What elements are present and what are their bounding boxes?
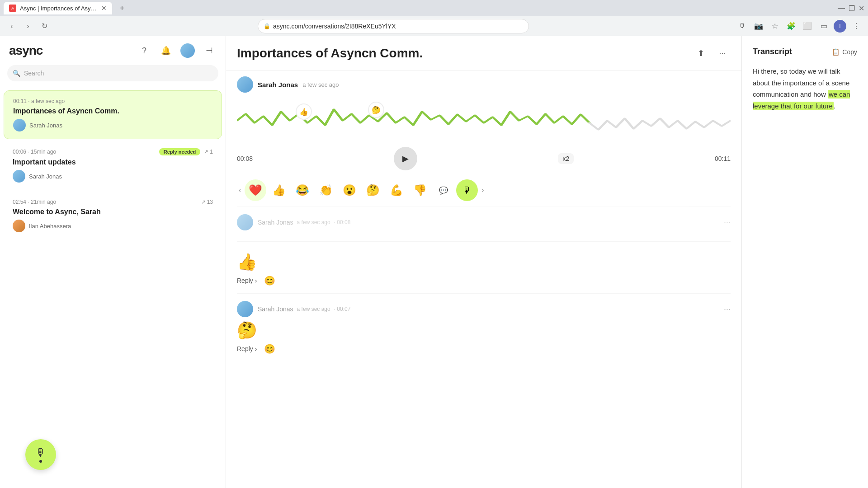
microphone-icon[interactable]: 🎙 xyxy=(736,20,749,33)
sidebar-toggle-icon[interactable]: ⬜ xyxy=(801,20,814,33)
total-time: 00:11 xyxy=(715,155,731,162)
comment2-more-button[interactable]: ··· xyxy=(724,305,731,314)
comment0-duration: · 00:08 xyxy=(334,219,351,225)
conv3-title: Welcome to Async, Sarah xyxy=(13,208,213,216)
window-icon[interactable]: ▭ xyxy=(817,20,830,33)
reaction-thumbsup[interactable]: 👍 xyxy=(268,179,290,201)
conv3-time: 02:54 · 21min ago xyxy=(13,199,56,205)
mic-dot xyxy=(39,460,42,463)
address-bar[interactable]: 🔒 async.com/conversations/2I88ReXEu5YlYX xyxy=(258,19,529,33)
sidebar-item-conv2[interactable]: 00:06 · 15min ago Reply needed ↗ 1 Impor… xyxy=(4,141,222,190)
comment0-more-button[interactable]: ··· xyxy=(724,218,731,227)
menu-icon[interactable]: ⋮ xyxy=(850,20,863,33)
sidebar-icons: ? 🔔 ⊣ xyxy=(137,43,217,58)
profile-icon[interactable]: I xyxy=(834,20,846,33)
comment2-time: a few sec ago xyxy=(297,306,330,312)
search-placeholder: Search xyxy=(24,70,44,77)
audio-player: 👍 🤔 00:08 ▶ x2 00:11 xyxy=(237,98,731,174)
comment0-time: a few sec ago xyxy=(297,219,330,225)
logo: async xyxy=(9,43,42,58)
comment1-reaction-button[interactable]: 😊 xyxy=(264,275,275,286)
msg-author-name: Sarah Jonas xyxy=(258,81,298,89)
reaction-strong[interactable]: 💪 xyxy=(386,179,407,201)
reaction-mic-button[interactable]: 🎙 xyxy=(456,179,478,201)
copy-label: Copy xyxy=(842,48,857,56)
waveform-container[interactable]: 👍 🤔 xyxy=(237,98,731,143)
help-icon[interactable]: ? xyxy=(137,43,151,58)
close-tab-button[interactable]: ✕ xyxy=(101,5,107,12)
scroll-right-icon[interactable]: › xyxy=(480,184,486,196)
forward-button[interactable]: › xyxy=(22,20,34,33)
extensions-icon[interactable]: 🧩 xyxy=(785,20,797,33)
camera-icon[interactable]: 📷 xyxy=(752,20,765,33)
conv3-author-name: Ilan Abehassera xyxy=(29,223,71,230)
comment1-reply-button[interactable]: Reply › xyxy=(237,277,257,284)
more-options-button[interactable]: ··· xyxy=(714,45,731,61)
comment-item-2: Sarah Jonas a few sec ago · 00:07 ··· 🤔 … xyxy=(237,293,731,361)
bookmark-icon[interactable]: ☆ xyxy=(769,20,781,33)
transcript-title: Transcript xyxy=(753,47,792,56)
minimize-button[interactable]: — xyxy=(838,4,845,12)
comment1-actions: Reply › 😊 xyxy=(237,275,731,286)
back-button[interactable]: ‹ xyxy=(5,20,18,33)
comment2-header: Sarah Jonas a few sec ago · 00:07 ··· xyxy=(237,301,731,317)
app: async ? 🔔 ⊣ 🔍 Search 00:11 · a few sec a… xyxy=(0,36,868,488)
comments-section: Sarah Jonas a few sec ago · 00:08 ··· 👍 … xyxy=(226,206,741,488)
speed-button[interactable]: x2 xyxy=(558,153,574,164)
conv1-author: Sarah Jonas xyxy=(13,119,212,131)
close-window-button[interactable]: ✕ xyxy=(859,4,864,13)
main-content: Importances of Asyncn Comm. ⬆ ··· Sarah … xyxy=(226,36,741,488)
message-author-row: Sarah Jonas a few sec ago xyxy=(226,71,741,98)
comment2-author: Sarah Jonas xyxy=(258,305,293,313)
browser-tab[interactable]: A Async | Importances of Asyncn Co... ✕ xyxy=(4,2,112,14)
reaction-thumbsdown[interactable]: 👎 xyxy=(409,179,431,201)
lock-icon: 🔒 xyxy=(264,23,270,29)
comment2-emoji: 🤔 xyxy=(237,321,731,340)
sidebar-item-conv1[interactable]: 00:11 · a few sec ago Importances of Asy… xyxy=(4,90,222,139)
conv3-meta: 02:54 · 21min ago ↗ 13 xyxy=(13,199,213,205)
conv2-avatar xyxy=(13,170,25,183)
maximize-button[interactable]: ❐ xyxy=(849,4,855,13)
comment0-header: Sarah Jonas a few sec ago · 00:08 ··· xyxy=(237,214,731,230)
transcript-text: Hi there, so today we will talk about th… xyxy=(753,66,857,112)
new-tab-button[interactable]: + xyxy=(116,2,128,14)
scroll-left-icon[interactable]: ‹ xyxy=(237,184,243,196)
trending-icon: ↗ xyxy=(204,149,208,155)
record-button[interactable]: 🎙 xyxy=(25,439,56,470)
browser-titlebar: A Async | Importances of Asyncn Co... ✕ … xyxy=(0,0,868,16)
reactions-bar: ‹ ❤️ 👍 😂 👏 😮 🤔 💪 👎 💬 🎙 › xyxy=(237,174,731,206)
user-avatar-icon[interactable] xyxy=(180,43,195,58)
sidebar: async ? 🔔 ⊣ 🔍 Search 00:11 · a few sec a… xyxy=(0,36,226,488)
toolbar-right: 🎙 📷 ☆ 🧩 ⬜ ▭ I ⋮ xyxy=(736,20,863,33)
conv2-author-name: Sarah Jonas xyxy=(29,173,62,180)
comment2-reply-button[interactable]: Reply › xyxy=(237,345,257,352)
reload-button[interactable]: ↻ xyxy=(38,20,51,33)
copy-button[interactable]: 📋 Copy xyxy=(832,48,857,56)
reaction-clap[interactable]: 👏 xyxy=(315,179,337,201)
collapse-sidebar-icon[interactable]: ⊣ xyxy=(202,43,217,58)
conv1-time: 00:11 · a few sec ago xyxy=(13,98,65,104)
main-title: Importances of Asyncn Comm. xyxy=(237,46,423,61)
sidebar-item-conv3[interactable]: 02:54 · 21min ago ↗ 13 Welcome to Async,… xyxy=(4,192,222,239)
comment0-author: Sarah Jonas xyxy=(258,219,293,226)
reaction-wow[interactable]: 😮 xyxy=(339,179,360,201)
reaction-laugh[interactable]: 😂 xyxy=(292,179,313,201)
url-text: async.com/conversations/2I88ReXEu5YlYX xyxy=(273,23,396,30)
reaction-comment-button[interactable]: 💬 xyxy=(433,179,454,201)
tab-favicon: A xyxy=(9,5,16,12)
comment2-duration: · 00:07 xyxy=(334,306,351,312)
search-box[interactable]: 🔍 Search xyxy=(7,65,218,81)
reaction-bubble-1: 👍 xyxy=(296,103,312,120)
play-button[interactable]: ▶ xyxy=(394,147,417,170)
conv1-title: Importances of Asyncn Comm. xyxy=(13,107,212,115)
comment-item-0: Sarah Jonas a few sec ago · 00:08 ··· xyxy=(237,206,731,241)
reply-needed-badge: Reply needed xyxy=(159,148,201,155)
share-button[interactable]: ⬆ xyxy=(693,45,709,61)
conv2-time: 00:06 · 15min ago xyxy=(13,149,56,155)
reaction-heart[interactable]: ❤️ xyxy=(245,179,266,201)
comment2-reaction-button[interactable]: 😊 xyxy=(264,343,275,354)
author-avatar xyxy=(237,76,253,93)
reaction-think[interactable]: 🤔 xyxy=(362,179,384,201)
notifications-icon[interactable]: 🔔 xyxy=(159,43,173,58)
sidebar-header: async ? 🔔 ⊣ xyxy=(0,36,226,65)
